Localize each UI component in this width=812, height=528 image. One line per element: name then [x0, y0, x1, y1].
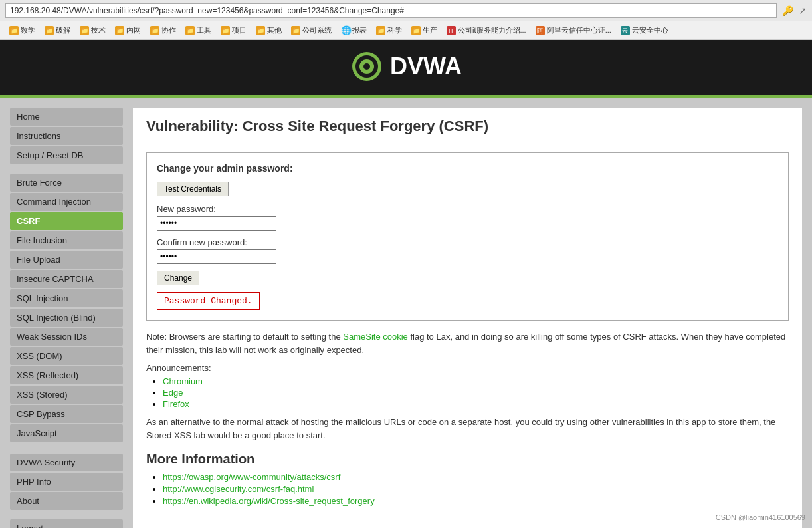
chromium-link[interactable]: Chromium: [163, 376, 203, 386]
dvwa-logo-svg: [350, 50, 383, 83]
bookmark-icon: 📁: [291, 26, 300, 35]
dvwa-title: DVWA: [390, 53, 462, 80]
bookmark-company-sys[interactable]: 📁 公司系统: [287, 24, 336, 37]
sidebar-item-csp-bypass[interactable]: CSP Bypass: [10, 405, 123, 423]
content-area: Home Instructions Setup / Reset DB Brute…: [0, 98, 812, 528]
sidebar-item-csrf[interactable]: CSRF: [10, 212, 123, 230]
bookmark-icon-teal: 云: [621, 26, 630, 35]
bookmark-icon: 📁: [45, 26, 54, 35]
more-info-list: https://owasp.org/www-community/attacks/…: [163, 472, 789, 506]
sidebar-item-javascript[interactable]: JavaScript: [10, 424, 123, 442]
nav-divider: [10, 166, 123, 174]
bookmark-icon: 📁: [221, 26, 230, 35]
password-changed-message: Password Changed.: [157, 292, 260, 310]
bookmark-tech[interactable]: 📁 技术: [76, 24, 110, 37]
sidebar-item-command-injection[interactable]: Command Injection: [10, 193, 123, 211]
more-info-links: https://owasp.org/www-community/attacks/…: [146, 472, 789, 506]
sidebar-item-home[interactable]: Home: [10, 108, 123, 126]
dvwa-logo: DVWA: [350, 50, 462, 83]
more-info-title: More Information: [146, 452, 789, 467]
bookmark-icon: 📁: [9, 26, 19, 35]
bookmark-collab[interactable]: 📁 协作: [146, 24, 180, 37]
announcements-list: Chromium Edge Firefox: [163, 376, 789, 409]
bookmark-science[interactable]: 📁 科学: [372, 24, 406, 37]
edge-link[interactable]: Edge: [163, 388, 183, 398]
bookmark-icon: 📁: [256, 26, 265, 35]
list-item: http://www.cgisecurity.com/csrf-faq.html: [163, 484, 789, 494]
sidebar-item-xss-dom[interactable]: XSS (DOM): [10, 347, 123, 365]
cgi-link[interactable]: http://www.cgisecurity.com/csrf-faq.html: [163, 484, 314, 494]
bookmark-cloud-security[interactable]: 云 云安全中心: [617, 24, 672, 37]
browser-bar: 🔑 ↗: [0, 0, 812, 21]
confirm-password-input[interactable]: [157, 249, 276, 264]
share-icon: ↗: [799, 5, 807, 16]
list-item: https://owasp.org/www-community/attacks/…: [163, 472, 789, 482]
watermark: CSDN @liaomin416100569: [716, 513, 805, 521]
bookmark-icon-orange: 阿: [536, 26, 545, 35]
app-wrapper: DVWA Home Instructions Setup / Reset DB …: [0, 40, 812, 528]
vuln-box: Change your admin password: Test Credent…: [146, 152, 789, 321]
bookmark-aliyun[interactable]: 阿 阿里云信任中心证...: [532, 24, 615, 37]
list-item: Firefox: [163, 399, 789, 409]
sidebar-item-dvwa-security[interactable]: DVWA Security: [10, 454, 123, 471]
bookmark-production[interactable]: 📁 生产: [407, 24, 441, 37]
announcements-section: Announcements: Chromium Edge Firefox: [146, 363, 789, 409]
list-item: Edge: [163, 388, 789, 398]
address-bar[interactable]: [5, 3, 777, 18]
bookmark-it-service[interactable]: IT 公司it服务能力介绍...: [443, 24, 530, 37]
sidebar-item-file-inclusion[interactable]: File Inclusion: [10, 231, 123, 249]
bookmark-project[interactable]: 📁 项目: [217, 24, 251, 37]
sidebar-item-insecure-captcha[interactable]: Insecure CAPTCHA: [10, 270, 123, 288]
note-section: Note: Browsers are starting to default t…: [146, 330, 789, 356]
bookmark-icon: 📁: [376, 26, 385, 35]
bookmark-icon: 📁: [150, 26, 159, 35]
sidebar-item-sql-injection[interactable]: SQL Injection: [10, 289, 123, 307]
globe-icon: 🌐: [341, 26, 350, 35]
sidebar-item-sql-injection-blind[interactable]: SQL Injection (Blind): [10, 309, 123, 327]
list-item: Chromium: [163, 376, 789, 386]
sidebar-item-php-info[interactable]: PHP Info: [10, 473, 123, 491]
sidebar-item-about[interactable]: About: [10, 492, 123, 510]
change-button[interactable]: Change: [157, 271, 199, 285]
bookmarks-bar: 📁 数学 📁 破解 📁 技术 📁 内网 📁 协作 📁 工具 📁 项目 📁 其他 …: [0, 21, 812, 40]
bookmark-report[interactable]: 🌐 报表: [337, 24, 371, 37]
bookmark-other[interactable]: 📁 其他: [252, 24, 286, 37]
bookmark-icon: 📁: [411, 26, 421, 35]
confirm-password-label: Confirm new password:: [157, 237, 778, 247]
bookmark-intranet[interactable]: 📁 内网: [111, 24, 145, 37]
announcements-label: Announcements:: [146, 363, 789, 373]
sidebar-item-xss-reflected[interactable]: XSS (Reflected): [10, 366, 123, 384]
sidebar-item-xss-stored[interactable]: XSS (Stored): [10, 386, 123, 404]
sidebar-item-file-upload[interactable]: File Upload: [10, 251, 123, 269]
bookmark-crack[interactable]: 📁 破解: [41, 24, 74, 37]
note-text-before: Note: Browsers are starting to default t…: [146, 332, 343, 342]
bookmark-icon: 📁: [115, 26, 124, 35]
bookmark-icon-red: IT: [447, 26, 456, 35]
nav-divider-2: [10, 511, 123, 519]
wikipedia-link[interactable]: https://en.wikipedia.org/wiki/Cross-site…: [163, 496, 375, 506]
firefox-link[interactable]: Firefox: [163, 399, 189, 409]
bookmark-tools[interactable]: 📁 工具: [181, 24, 215, 37]
new-password-input[interactable]: [157, 216, 276, 231]
sidebar-item-logout[interactable]: Logout: [10, 519, 123, 528]
sidebar-item-weak-session-ids[interactable]: Weak Session IDs: [10, 328, 123, 346]
sidebar-item-brute-force[interactable]: Brute Force: [10, 174, 123, 192]
page-title: Vulnerability: Cross Site Request Forger…: [133, 108, 802, 142]
alt-section: As an alternative to the normal attack o…: [146, 416, 789, 442]
bookmark-icon: 📁: [80, 26, 89, 35]
svg-point-3: [363, 63, 370, 70]
vuln-box-title: Change your admin password:: [157, 163, 778, 174]
samesite-cookie-link[interactable]: SameSite cookie: [343, 332, 408, 342]
bookmark-icon: 📁: [185, 26, 195, 35]
browser-icons: 🔑 ↗: [782, 5, 807, 16]
owasp-link[interactable]: https://owasp.org/www-community/attacks/…: [163, 472, 340, 482]
nav-section-divider: [10, 444, 123, 454]
sidebar-item-instructions[interactable]: Instructions: [10, 127, 123, 145]
bookmark-math[interactable]: 📁 数学: [5, 24, 39, 37]
new-password-label: New password:: [157, 204, 778, 214]
sidebar-item-setup[interactable]: Setup / Reset DB: [10, 146, 123, 164]
test-credentials-button[interactable]: Test Credentials: [157, 182, 229, 196]
list-item: https://en.wikipedia.org/wiki/Cross-site…: [163, 496, 789, 506]
main-content: Vulnerability: Cross Site Request Forger…: [133, 108, 802, 528]
key-icon: 🔑: [782, 5, 793, 16]
